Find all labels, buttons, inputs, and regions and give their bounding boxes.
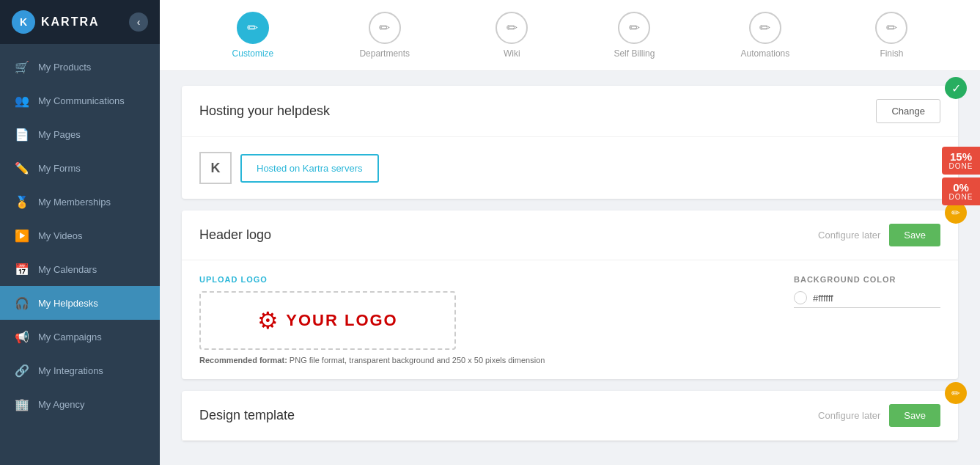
step-circle-self-billing: ✏ xyxy=(618,12,650,44)
step-customize[interactable]: ✏ Customize xyxy=(232,12,274,59)
header-logo-title: Header logo xyxy=(199,227,271,243)
videos-icon: ▶️ xyxy=(15,228,29,243)
helpdesks-icon: 🎧 xyxy=(15,296,29,310)
sidebar-logo: K KARTRA xyxy=(12,10,100,34)
design-template-title: Design template xyxy=(199,408,295,423)
hosting-check-button[interactable]: ✓ xyxy=(945,77,967,99)
step-wiki[interactable]: ✏ Wiki xyxy=(495,12,528,59)
header-logo-save-button[interactable]: Save xyxy=(889,224,940,246)
step-label-departments: Departments xyxy=(359,48,410,59)
k-label: K xyxy=(211,161,221,176)
upload-logo-label[interactable]: UPLOAD LOGO xyxy=(199,275,765,284)
content-area: Hosting your helpdesk Change ✓ K Hosted … xyxy=(160,71,980,465)
sidebar-item-my-memberships[interactable]: 🏅 My Memberships xyxy=(0,185,160,219)
sidebar-item-my-videos[interactable]: ▶️ My Videos xyxy=(0,219,160,252)
products-icon: 🛒 xyxy=(15,59,29,74)
bg-color-label: BACKGROUND COLOR xyxy=(794,275,940,284)
hosting-change-button[interactable]: Change xyxy=(876,99,940,123)
memberships-icon: 🏅 xyxy=(15,194,29,209)
progress-badge-15: 15% DONE xyxy=(942,147,980,175)
hosting-title: Hosting your helpdesk xyxy=(199,103,330,119)
step-automations[interactable]: ✏ Automations xyxy=(741,12,790,59)
color-swatch xyxy=(794,291,807,304)
pages-icon: 📄 xyxy=(15,127,29,142)
step-circle-departments: ✏ xyxy=(369,12,401,44)
sidebar-item-label: My Videos xyxy=(38,230,82,241)
design-template-edit-button[interactable]: ✏ xyxy=(945,382,967,404)
step-label-customize: Customize xyxy=(232,48,274,59)
progress-badge-0: 0% DONE xyxy=(942,177,980,205)
step-circle-customize: ✏ xyxy=(237,12,269,44)
progress-0-pct: 0% xyxy=(945,182,977,193)
forms-icon: ✏️ xyxy=(15,161,29,175)
design-template-actions: Configure later Save xyxy=(818,404,940,427)
sidebar-item-my-integrations[interactable]: 🔗 My Integrations xyxy=(0,354,160,387)
sidebar-item-my-communications[interactable]: 👥 My Communications xyxy=(0,84,160,117)
sidebar-item-label: My Agency xyxy=(38,399,85,410)
progress-0-done: DONE xyxy=(945,193,977,201)
sidebar-item-my-helpdesks[interactable]: 🎧 My Helpdesks xyxy=(0,286,160,320)
format-label: Recommended format: xyxy=(199,356,287,365)
sidebar-item-my-agency[interactable]: 🏢 My Agency xyxy=(0,387,160,421)
hosting-card-header: Hosting your helpdesk Change ✓ xyxy=(182,86,958,137)
logo-format-info: Recommended format: PNG file format, tra… xyxy=(199,356,765,365)
step-finish[interactable]: ✏ Finish xyxy=(875,12,907,59)
logo-section: UPLOAD LOGO ⚙ YOUR LOGO Recommended form… xyxy=(199,275,940,365)
upload-logo-area: UPLOAD LOGO ⚙ YOUR LOGO Recommended form… xyxy=(199,275,765,365)
kartra-k-box: K xyxy=(199,152,232,184)
sidebar-item-my-calendars[interactable]: 📅 My Calendars xyxy=(0,252,160,286)
design-configure-later[interactable]: Configure later xyxy=(818,410,880,421)
sidebar-item-label: My Integrations xyxy=(38,365,103,376)
sidebar-item-label: My Campaigns xyxy=(38,332,102,343)
logo-placeholder: ⚙ YOUR LOGO xyxy=(257,307,397,334)
calendars-icon: 📅 xyxy=(15,262,29,277)
step-circle-finish: ✏ xyxy=(875,12,907,44)
sidebar-collapse-button[interactable]: ‹ xyxy=(129,12,148,32)
sidebar-item-my-forms[interactable]: ✏️ My Forms xyxy=(0,151,160,185)
header-logo-card-header: Header logo Configure later Save ✏ xyxy=(182,210,958,260)
color-value: #ffffff xyxy=(813,293,833,304)
communications-icon: 👥 xyxy=(15,93,29,108)
progress-15-pct: 15% xyxy=(945,151,977,162)
sidebar-item-my-campaigns[interactable]: 📢 My Campaigns xyxy=(0,320,160,354)
header-logo-card-body: UPLOAD LOGO ⚙ YOUR LOGO Recommended form… xyxy=(182,260,958,379)
hosting-card: Hosting your helpdesk Change ✓ K Hosted … xyxy=(182,86,958,199)
design-template-save-button[interactable]: Save xyxy=(889,404,940,427)
header-logo-actions: Configure later Save xyxy=(818,224,940,246)
step-circle-automations: ✏ xyxy=(749,12,781,44)
hosted-on-kartra-button[interactable]: Hosted on Kartra servers xyxy=(240,154,379,183)
hosting-option: K Hosted on Kartra servers xyxy=(199,152,940,184)
gear-icon: ⚙ xyxy=(257,307,279,334)
sidebar-nav: 🛒 My Products 👥 My Communications 📄 My P… xyxy=(0,44,160,465)
step-circle-wiki: ✏ xyxy=(495,12,528,44)
step-label-wiki: Wiki xyxy=(504,48,520,59)
header-logo-card: Header logo Configure later Save ✏ UPLOA… xyxy=(182,210,958,379)
sidebar-item-label: My Pages xyxy=(38,129,81,140)
step-label-self-billing: Self Billing xyxy=(614,48,655,59)
configure-later-label[interactable]: Configure later xyxy=(818,230,880,241)
sidebar-item-label: My Memberships xyxy=(38,197,111,208)
agency-icon: 🏢 xyxy=(15,397,29,411)
sidebar-item-label: My Forms xyxy=(38,163,81,174)
sidebar-item-my-products[interactable]: 🛒 My Products xyxy=(0,50,160,84)
color-input-row[interactable]: #ffffff xyxy=(794,291,940,308)
sidebar-item-label: My Calendars xyxy=(38,264,97,275)
bg-color-area: BACKGROUND COLOR #ffffff xyxy=(794,275,940,308)
design-template-card: Design template Configure later Save ✏ xyxy=(182,391,958,441)
sidebar-item-label: My Products xyxy=(38,62,91,73)
main-content: ✏ Customize ✏ Departments ✏ Wiki ✏ Self … xyxy=(160,0,980,465)
integrations-icon: 🔗 xyxy=(15,363,29,378)
kartra-logo-icon: K xyxy=(12,10,35,34)
step-departments[interactable]: ✏ Departments xyxy=(359,12,410,59)
sidebar: K KARTRA ‹ 🛒 My Products 👥 My Communicat… xyxy=(0,0,160,465)
sidebar-item-my-pages[interactable]: 📄 My Pages xyxy=(0,117,160,151)
campaigns-icon: 📢 xyxy=(15,329,29,344)
design-template-card-header: Design template Configure later Save ✏ xyxy=(182,391,958,441)
sidebar-item-label: My Helpdesks xyxy=(38,298,98,309)
logo-preview[interactable]: ⚙ YOUR LOGO xyxy=(199,291,456,350)
side-progress: 15% DONE 0% DONE xyxy=(942,147,980,205)
logo-placeholder-text: YOUR LOGO xyxy=(286,311,397,330)
step-self-billing[interactable]: ✏ Self Billing xyxy=(614,12,655,59)
hosting-card-body: K Hosted on Kartra servers xyxy=(182,137,958,199)
progress-15-done: DONE xyxy=(945,162,977,170)
